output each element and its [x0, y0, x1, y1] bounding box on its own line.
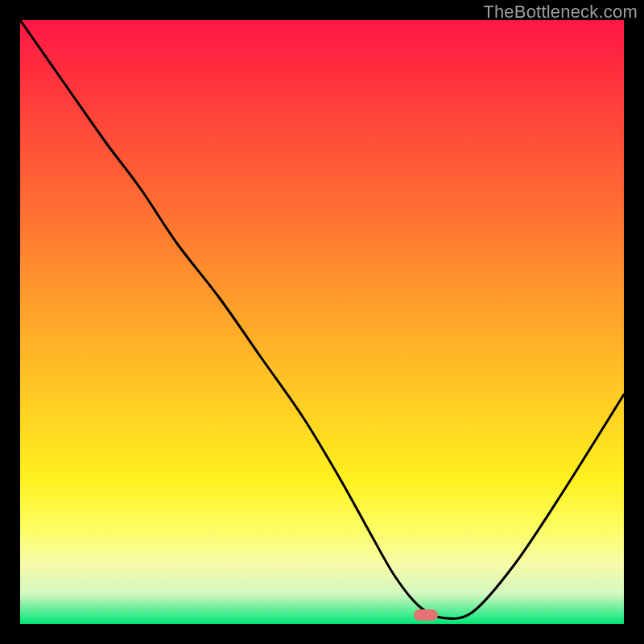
optimal-marker: [414, 609, 438, 621]
chart-gradient-background: [20, 20, 624, 624]
chart-frame: [20, 20, 624, 624]
